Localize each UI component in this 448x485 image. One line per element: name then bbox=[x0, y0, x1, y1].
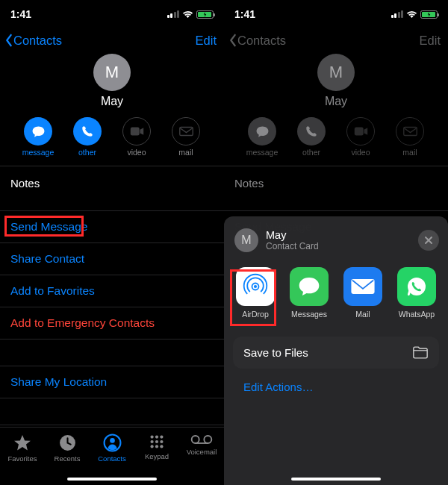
share-messages[interactable]: Messages bbox=[288, 267, 330, 319]
message-button: message bbox=[243, 117, 281, 157]
video-button: video bbox=[118, 117, 155, 157]
tab-bar: Favorites Recents Contacts Keypad Voicem… bbox=[0, 427, 224, 485]
status-time: 1:41 bbox=[234, 8, 255, 20]
wifi-icon bbox=[406, 10, 417, 19]
mail-button: mail bbox=[391, 117, 429, 157]
cell-signal-icon bbox=[391, 10, 404, 18]
back-label: Contacts bbox=[237, 34, 286, 48]
action-buttons: message other video mail bbox=[224, 117, 448, 166]
nav-bar: Contacts Edit bbox=[0, 24, 224, 54]
back-button: Contacts bbox=[228, 34, 286, 48]
avatar[interactable]: M bbox=[93, 54, 131, 91]
svg-point-22 bbox=[408, 278, 426, 295]
svg-point-12 bbox=[155, 445, 158, 448]
svg-point-11 bbox=[150, 445, 153, 448]
mail-app-icon bbox=[350, 278, 376, 295]
add-favorites-row[interactable]: Add to Favorites bbox=[0, 275, 224, 307]
share-airdrop[interactable]: AirDrop bbox=[234, 267, 276, 319]
share-location-row[interactable]: Share My Location bbox=[0, 366, 224, 398]
tab-keypad[interactable]: Keypad bbox=[136, 434, 178, 460]
phone-right: 1:41 Contacts Edit M May message bbox=[224, 0, 448, 485]
home-indicator[interactable] bbox=[291, 478, 381, 481]
status-bar: 1:41 bbox=[0, 0, 224, 24]
battery-icon bbox=[196, 10, 214, 19]
close-button[interactable] bbox=[418, 230, 439, 251]
clock-icon bbox=[58, 434, 77, 452]
svg-point-7 bbox=[160, 435, 163, 438]
call-button[interactable]: other bbox=[69, 117, 106, 157]
cell-signal-icon bbox=[167, 10, 180, 18]
keypad-icon bbox=[149, 434, 165, 450]
status-bar: 1:41 bbox=[224, 0, 448, 24]
svg-point-13 bbox=[160, 445, 163, 448]
messages-icon bbox=[297, 275, 321, 298]
phone-icon bbox=[81, 125, 94, 138]
share-apps[interactable]: AirDrop Messages Mail WhatsApp bbox=[224, 263, 448, 332]
add-emergency-row[interactable]: Add to Emergency Contacts bbox=[0, 307, 224, 339]
svg-point-9 bbox=[155, 440, 158, 443]
status-time: 1:41 bbox=[10, 8, 31, 20]
svg-point-10 bbox=[160, 440, 163, 443]
save-to-files-row[interactable]: Save to Files bbox=[233, 337, 439, 369]
star-icon bbox=[13, 434, 32, 452]
share-whatsapp[interactable]: WhatsApp bbox=[396, 267, 438, 319]
share-contact-row[interactable]: Share Contact bbox=[0, 242, 224, 275]
call-button: other bbox=[293, 117, 330, 157]
video-icon bbox=[354, 126, 368, 137]
svg-rect-18 bbox=[403, 127, 416, 135]
svg-point-4 bbox=[110, 438, 115, 443]
mail-button: mail bbox=[167, 117, 205, 157]
avatar: M bbox=[317, 54, 355, 91]
contact-name: May bbox=[101, 95, 123, 108]
svg-rect-1 bbox=[179, 127, 192, 135]
message-icon bbox=[255, 125, 270, 139]
sheet-actions: Save to Files bbox=[233, 337, 439, 369]
airdrop-icon bbox=[242, 273, 269, 300]
nav-bar: Contacts Edit bbox=[224, 24, 448, 54]
battery-icon bbox=[420, 10, 438, 19]
sheet-contact-name: May bbox=[266, 229, 418, 241]
spacer bbox=[0, 339, 224, 366]
contact-name: May bbox=[325, 95, 347, 108]
svg-point-5 bbox=[150, 435, 153, 438]
wifi-icon bbox=[182, 10, 193, 19]
tab-favorites[interactable]: Favorites bbox=[1, 434, 43, 463]
chevron-left-icon bbox=[228, 34, 237, 47]
mail-icon bbox=[403, 126, 417, 137]
voicemail-icon bbox=[190, 434, 213, 445]
svg-point-14 bbox=[192, 436, 199, 443]
svg-rect-17 bbox=[354, 127, 363, 135]
back-label: Contacts bbox=[13, 34, 62, 48]
message-button[interactable]: message bbox=[19, 117, 57, 157]
notes-row: Notes bbox=[224, 166, 448, 210]
back-button[interactable]: Contacts bbox=[4, 34, 62, 48]
folder-icon bbox=[412, 346, 429, 359]
svg-point-15 bbox=[204, 436, 211, 443]
tab-voicemail[interactable]: Voicemail bbox=[181, 434, 223, 456]
edit-button[interactable]: Edit bbox=[196, 34, 217, 48]
mail-icon bbox=[179, 126, 193, 137]
share-mail[interactable]: Mail bbox=[342, 267, 384, 319]
notes-row[interactable]: Notes bbox=[0, 166, 224, 210]
sheet-header: M May Contact Card bbox=[224, 224, 448, 263]
edit-actions-row[interactable]: Edit Actions… bbox=[224, 369, 448, 405]
edit-button: Edit bbox=[420, 34, 441, 48]
contact-header: M May bbox=[0, 54, 224, 108]
phone-icon bbox=[305, 125, 318, 138]
video-icon bbox=[130, 126, 144, 137]
spacer bbox=[0, 398, 224, 425]
share-sheet: M May Contact Card AirDrop Messages bbox=[224, 216, 448, 485]
svg-point-20 bbox=[254, 285, 257, 288]
contacts-icon bbox=[103, 434, 122, 452]
tab-recents[interactable]: Recents bbox=[46, 434, 88, 463]
tab-contacts[interactable]: Contacts bbox=[91, 434, 133, 463]
contact-header: M May bbox=[224, 54, 448, 108]
sheet-avatar: M bbox=[234, 228, 258, 252]
whatsapp-icon bbox=[405, 275, 429, 298]
home-indicator[interactable] bbox=[67, 478, 157, 481]
svg-rect-0 bbox=[130, 127, 139, 135]
send-message-row[interactable]: Send Message bbox=[0, 210, 224, 242]
close-icon bbox=[424, 236, 433, 245]
svg-point-6 bbox=[155, 435, 158, 438]
svg-point-8 bbox=[150, 440, 153, 443]
